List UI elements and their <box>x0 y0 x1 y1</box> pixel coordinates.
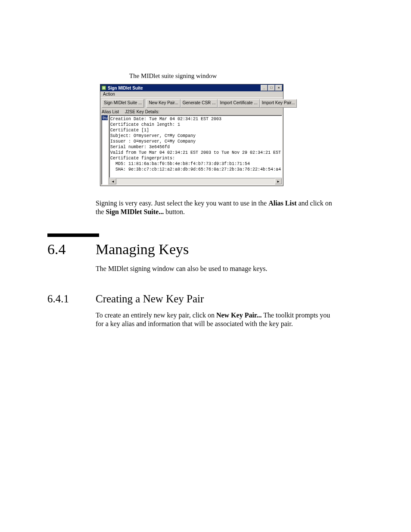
section-rule <box>47 233 99 237</box>
key-details-text: Creation Date: Tue Mar 04 02:34:21 EST 2… <box>109 115 282 178</box>
scroll-left-icon[interactable]: ◄ <box>109 178 116 184</box>
subsection-title: Creating a New Key Pair <box>96 293 204 305</box>
window-titlebar: Sign MIDlet Suite _ □ × <box>100 84 283 91</box>
window-title: Sign MIDlet Suite <box>108 86 261 90</box>
maximize-button[interactable]: □ <box>268 85 275 91</box>
minimize-button[interactable]: _ <box>261 85 268 91</box>
alias-list-label: Alias List <box>100 109 124 115</box>
toolbar: Sign MIDlet Suite ... New Key Pair... Ge… <box>100 97 283 109</box>
sign-midlet-suite-button[interactable]: Sign MIDlet Suite ... <box>102 99 144 108</box>
section-title: Managing Keys <box>96 241 189 258</box>
subsection-number: 6.4.1 <box>47 293 96 305</box>
section-paragraph: The MIDlet signing window can also be us… <box>96 264 337 273</box>
import-key-pair-button[interactable]: Import Key Pair... <box>260 99 297 108</box>
alias-item[interactable]: trustedkey <box>102 115 108 120</box>
generate-csr-button[interactable]: Generate CSR ... <box>181 99 218 108</box>
menu-bar: Action <box>100 91 283 97</box>
subsection-heading: 6.4.1 Creating a New Key Pair <box>47 293 345 305</box>
horizontal-scrollbar[interactable]: ◄ ► <box>109 178 282 185</box>
alias-list[interactable]: trustedkey <box>101 115 108 185</box>
new-key-pair-button[interactable]: New Key Pair... <box>146 99 180 108</box>
toolbar-separator <box>145 99 146 108</box>
menu-action[interactable]: Action <box>102 92 116 96</box>
key-details-label: J2SE Key Details: <box>124 109 283 115</box>
figure-caption: The MIDlet suite signing window <box>129 72 217 80</box>
scroll-right-icon[interactable]: ► <box>275 178 282 184</box>
section-heading: 6.4 Managing Keys <box>47 241 345 258</box>
scroll-track[interactable] <box>116 178 275 184</box>
app-icon <box>101 85 106 90</box>
sign-midlet-suite-window: Sign MIDlet Suite _ □ × Action Sign MIDl… <box>100 84 283 186</box>
close-button[interactable]: × <box>275 85 282 91</box>
section-number: 6.4 <box>47 241 96 258</box>
svg-rect-1 <box>103 87 105 89</box>
subsection-paragraph: To create an entirely new key pair, clic… <box>96 311 337 328</box>
body-paragraph: Signing is very easy. Just select the ke… <box>96 199 342 216</box>
import-certificate-button[interactable]: Import Certificate ... <box>218 99 259 108</box>
